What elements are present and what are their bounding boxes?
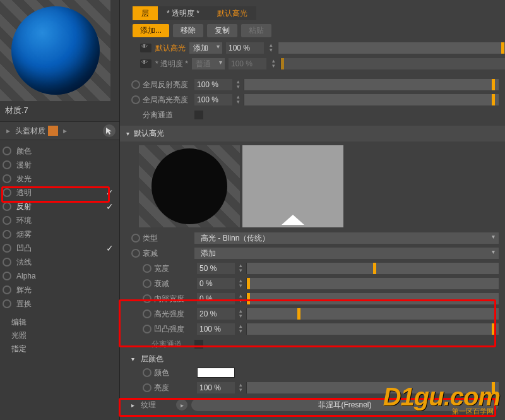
radio-icon[interactable] [3, 202, 11, 211]
radio-icon[interactable] [131, 249, 140, 258]
channel-alpha[interactable]: Alpha [0, 269, 119, 283]
channel-color[interactable]: 颜色 [0, 144, 119, 158]
slider[interactable] [246, 323, 499, 335]
channel-environment[interactable]: 环境 [0, 213, 119, 227]
checkbox[interactable]: ✓ [105, 188, 114, 197]
radio-icon[interactable] [143, 309, 152, 318]
value-field[interactable]: 100 % [194, 94, 232, 105]
value-field[interactable]: 100 % [197, 323, 235, 335]
value-field[interactable]: 100 % [197, 382, 235, 393]
assign-link[interactable]: 指定 [0, 342, 119, 356]
channel-normal[interactable]: 法线 [0, 255, 119, 269]
eye-icon[interactable] [140, 44, 152, 52]
subsection-layer-color[interactable]: ▾ 层颜色 [131, 354, 505, 364]
blend-dropdown[interactable]: 添加 [189, 42, 222, 54]
layer-spec[interactable]: 默认高光 添加 100 % ▴▾ [140, 41, 505, 55]
tab-transparency[interactable]: * 透明度 * [158, 6, 208, 20]
radio-icon[interactable] [3, 258, 11, 267]
slider[interactable] [246, 293, 499, 304]
material-preview[interactable] [0, 0, 110, 101]
tab-layer[interactable]: 层 [133, 6, 158, 20]
texture-menu-button[interactable]: ▸ [176, 399, 187, 411]
light-link[interactable]: 光照 [0, 329, 119, 342]
expand-icon[interactable]: ▸ [4, 126, 13, 135]
opacity-slider[interactable] [278, 42, 505, 54]
channel-glow[interactable]: 辉光 [0, 283, 119, 297]
checkbox[interactable] [105, 174, 114, 183]
radio-icon[interactable] [3, 188, 11, 197]
opacity-slider[interactable] [280, 58, 505, 69]
stepper-icon[interactable]: ▴▾ [237, 323, 244, 335]
slider[interactable] [246, 308, 499, 320]
stepper-icon[interactable]: ▴▾ [237, 278, 244, 289]
channel-diffuse[interactable]: 漫射 [0, 158, 119, 172]
remove-button[interactable]: 移除 [173, 24, 203, 37]
type-dropdown[interactable]: 高光 - Blinn（传统） [194, 232, 499, 244]
material-name[interactable]: 材质.7 [0, 104, 119, 121]
stepper-icon[interactable]: ▴▾ [270, 58, 276, 69]
channel-bump[interactable]: 凹凸✓ [0, 241, 119, 255]
slider[interactable] [244, 79, 499, 90]
section-default-spec[interactable]: ▾ 默认高光 [120, 126, 505, 141]
stepper-icon[interactable]: ▴▾ [235, 79, 241, 90]
paste-button[interactable]: 粘贴 [241, 24, 271, 37]
radio-icon[interactable] [143, 383, 152, 392]
color-field[interactable] [197, 368, 235, 378]
checkbox[interactable] [105, 285, 114, 294]
checkbox[interactable] [105, 258, 114, 267]
picker-button[interactable] [103, 124, 116, 137]
channel-reflection[interactable]: 反射✓ [0, 200, 119, 213]
eye-icon[interactable] [140, 59, 152, 68]
checkbox[interactable] [105, 216, 114, 225]
radio-icon[interactable] [143, 294, 152, 303]
checkbox[interactable] [105, 299, 114, 308]
radio-icon[interactable] [143, 325, 152, 333]
checkbox[interactable] [105, 160, 114, 169]
checkbox[interactable] [194, 340, 203, 349]
preview-spec-curve[interactable] [242, 145, 343, 227]
edit-link[interactable]: 编辑 [0, 315, 119, 329]
stepper-icon[interactable]: ▴▾ [237, 308, 244, 320]
stepper-icon[interactable]: ▴▾ [237, 263, 244, 274]
radio-icon[interactable] [3, 299, 11, 308]
channel-fog[interactable]: 烟雾 [0, 227, 119, 241]
stepper-icon[interactable]: ▴▾ [237, 382, 244, 393]
radio-icon[interactable] [3, 147, 11, 155]
radio-icon[interactable] [3, 216, 11, 225]
radio-icon[interactable] [131, 95, 140, 104]
slider[interactable] [244, 94, 499, 105]
channel-transparency[interactable]: 透明✓ [0, 186, 119, 200]
checkbox[interactable] [105, 272, 114, 280]
stepper-icon[interactable]: ▴▾ [237, 293, 244, 304]
value-field[interactable]: 0 % [197, 278, 235, 289]
copy-button[interactable]: 复制 [207, 24, 237, 37]
slider[interactable] [246, 278, 499, 289]
value-field[interactable]: 100 % [229, 58, 266, 69]
chevron-right-icon[interactable]: ▸ [131, 402, 134, 409]
blend-dropdown[interactable]: 普通 [192, 58, 225, 69]
add-button[interactable]: 添加... [133, 24, 169, 37]
checkbox[interactable] [105, 147, 114, 155]
tab-default-spec[interactable]: 默认高光 [208, 6, 256, 20]
checkbox[interactable] [105, 230, 114, 239]
radio-icon[interactable] [143, 264, 152, 273]
radio-icon[interactable] [3, 160, 11, 169]
stepper-icon[interactable]: ▴▾ [235, 94, 241, 105]
layer-trans[interactable]: * 透明度 * 普通 100 % ▴▾ [140, 57, 505, 71]
preview-reflection[interactable] [139, 145, 240, 227]
radio-icon[interactable] [3, 244, 11, 253]
channel-lumin[interactable]: 发光 [0, 172, 119, 186]
atten-dropdown[interactable]: 添加 [194, 248, 499, 259]
radio-icon[interactable] [3, 272, 11, 280]
slider[interactable] [246, 263, 499, 274]
checkbox[interactable]: ✓ [105, 202, 114, 211]
radio-icon[interactable] [131, 80, 140, 89]
checkbox[interactable]: ✓ [105, 244, 114, 253]
radio-icon[interactable] [143, 279, 152, 288]
value-field[interactable]: 50 % [197, 263, 235, 274]
radio-icon[interactable] [131, 234, 140, 243]
stepper-icon[interactable]: ▴▾ [268, 42, 274, 54]
color-swatch[interactable] [48, 126, 58, 136]
radio-icon[interactable] [3, 174, 11, 183]
radio-icon[interactable] [3, 285, 11, 294]
